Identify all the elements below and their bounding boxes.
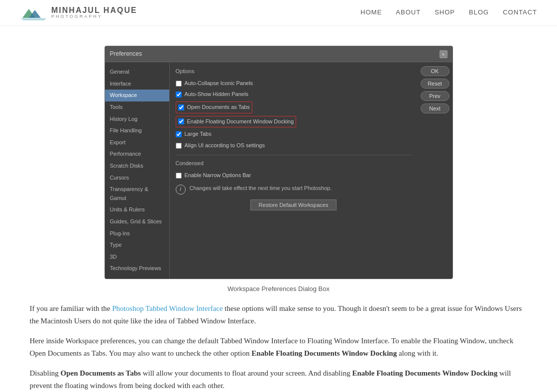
- site-header: MINHAJUL HAQUE PHOTOGRAPHY HOME ABOUT SH…: [0, 0, 557, 26]
- checkbox-auto-collapse-input[interactable]: [176, 81, 182, 87]
- checkbox-align-ui: Align UI according to OS settings: [176, 141, 412, 150]
- sidebar-item-workspace[interactable]: Workspace: [105, 90, 169, 101]
- condensed-section: Condensed Enable Narrow Options Bar: [176, 155, 412, 180]
- article-para-1: If you are familiar with the Photoshop T…: [30, 302, 528, 328]
- logo-area: MINHAJUL HAQUE PHOTOGRAPHY: [20, 4, 137, 21]
- condensed-heading: Condensed: [176, 159, 412, 168]
- sidebar-item-general[interactable]: General: [105, 66, 169, 78]
- checkbox-large-tabs-input[interactable]: [176, 131, 182, 137]
- checkbox-auto-show-label[interactable]: Auto-Show Hidden Panels: [185, 90, 248, 99]
- checkbox-auto-collapse: Auto-Collapse Iconic Panels: [176, 79, 412, 88]
- logo-text: MINHAJUL HAQUE PHOTOGRAPHY: [51, 6, 137, 19]
- checkbox-open-docs-row: Open Documents as Tabs: [176, 101, 412, 113]
- prev-button[interactable]: Prev: [421, 91, 449, 101]
- sidebar-item-scratchdisks[interactable]: Scratch Disks: [105, 160, 169, 172]
- dialog-close-button[interactable]: ×: [440, 50, 447, 58]
- article-para-3: Disabling Open Documents as Tabs will al…: [30, 367, 528, 392]
- checkbox-align-ui-input[interactable]: [176, 143, 182, 149]
- restore-default-button[interactable]: Restore Default Workspaces: [250, 199, 337, 210]
- para3-before: Disabling: [30, 369, 61, 377]
- sidebar-item-performance[interactable]: Performance: [105, 148, 169, 160]
- para3-bold2: Enable Floating Documents Window Docking: [352, 369, 497, 377]
- sidebar-item-interface[interactable]: Interface: [105, 78, 169, 90]
- logo-sub: PHOTOGRAPHY: [51, 14, 137, 19]
- info-row: i Changes will take effect the next time…: [176, 184, 412, 195]
- checkbox-floating-dock-label[interactable]: Enable Floating Document Window Docking: [187, 117, 294, 126]
- para2-bold: Enable Floating Documents Window Docking: [251, 349, 397, 357]
- tabbed-window-link[interactable]: Photoshop Tabbed Window Interface: [112, 304, 223, 312]
- site-nav: HOME ABOUT SHOP BLOG CONTACT: [360, 7, 537, 18]
- logo-name: MINHAJUL HAQUE: [51, 6, 137, 15]
- logo-icon: [20, 4, 47, 21]
- checkbox-auto-show: Auto-Show Hidden Panels: [176, 90, 412, 99]
- checkbox-narrow-options: Enable Narrow Options Bar: [176, 171, 412, 180]
- para2-after: along with it.: [397, 349, 438, 357]
- open-docs-highlight: Open Documents as Tabs: [176, 101, 252, 113]
- info-text: Changes will take effect the next time y…: [190, 184, 332, 193]
- checkbox-auto-collapse-label[interactable]: Auto-Collapse Iconic Panels: [185, 79, 253, 88]
- sidebar-item-tools[interactable]: Tools: [105, 101, 169, 113]
- dialog-caption: Workspace Preferences Dialog Box: [227, 284, 330, 294]
- checkbox-open-docs-input[interactable]: [178, 104, 184, 110]
- options-heading: Options: [176, 67, 412, 76]
- nav-shop[interactable]: SHOP: [435, 7, 455, 18]
- next-button[interactable]: Next: [421, 103, 449, 113]
- sidebar-item-guides[interactable]: Guides, Grid & Slices: [105, 216, 169, 228]
- checkbox-floating-dock-row: Enable Floating Document Window Docking: [176, 116, 412, 128]
- sidebar-item-filehandling[interactable]: File Handling: [105, 125, 169, 137]
- nav-about[interactable]: ABOUT: [396, 7, 421, 18]
- sidebar-item-cursors[interactable]: Cursors: [105, 172, 169, 184]
- checkbox-large-tabs-label[interactable]: Large Tabs: [185, 130, 212, 139]
- checkbox-align-ui-label[interactable]: Align UI according to OS settings: [185, 141, 265, 150]
- dialog-body: General Interface Workspace Tools Histor…: [105, 62, 452, 279]
- info-icon: i: [176, 185, 186, 195]
- preferences-dialog: Preferences × General Interface Workspac…: [105, 46, 453, 279]
- checkbox-open-docs-label[interactable]: Open Documents as Tabs: [187, 103, 250, 112]
- dialog-container: Preferences × General Interface Workspac…: [30, 46, 528, 294]
- dialog-titlebar: Preferences ×: [105, 46, 452, 62]
- sidebar-item-units[interactable]: Units & Rulers: [105, 204, 169, 216]
- dialog-sidebar: General Interface Workspace Tools Histor…: [105, 62, 170, 279]
- sidebar-item-export[interactable]: Export: [105, 137, 169, 149]
- dialog-main-panel: Options Auto-Collapse Iconic Panels Auto…: [170, 62, 418, 279]
- sidebar-item-plugins[interactable]: Plug-Ins: [105, 228, 169, 240]
- sidebar-item-historylog[interactable]: History Log: [105, 113, 169, 125]
- checkbox-narrow-options-label[interactable]: Enable Narrow Options Bar: [185, 171, 251, 180]
- checkbox-auto-show-input[interactable]: [176, 92, 182, 98]
- sidebar-item-transparency[interactable]: Transparency & Gamut: [105, 184, 169, 204]
- sidebar-item-3d[interactable]: 3D: [105, 251, 169, 263]
- main-content: Preferences × General Interface Workspac…: [10, 26, 548, 392]
- dialog-action-buttons: OK Reset Prev Next: [418, 62, 452, 279]
- sidebar-item-type[interactable]: Type: [105, 239, 169, 251]
- nav-blog[interactable]: BLOG: [469, 7, 489, 18]
- nav-contact[interactable]: CONTACT: [503, 7, 537, 18]
- nav-home[interactable]: HOME: [360, 7, 382, 18]
- checkbox-large-tabs: Large Tabs: [176, 130, 412, 139]
- floating-dock-highlight: Enable Floating Document Window Docking: [176, 116, 297, 128]
- checkbox-narrow-options-input[interactable]: [176, 173, 182, 179]
- para3-middle: will allow your documents to float aroun…: [141, 369, 352, 377]
- para1-before: If you are familiar with the: [30, 304, 112, 312]
- checkbox-floating-dock-input[interactable]: [178, 118, 184, 124]
- restore-btn-row: Restore Default Workspaces: [176, 199, 412, 210]
- article-para-2: Here inside Workspace preferences, you c…: [30, 335, 528, 360]
- sidebar-item-techpreviews[interactable]: Technology Previews: [105, 263, 169, 275]
- ok-button[interactable]: OK: [421, 66, 449, 76]
- para3-bold1: Open Documents as Tabs: [61, 369, 141, 377]
- dialog-title: Preferences: [110, 49, 142, 59]
- reset-button[interactable]: Reset: [421, 79, 449, 89]
